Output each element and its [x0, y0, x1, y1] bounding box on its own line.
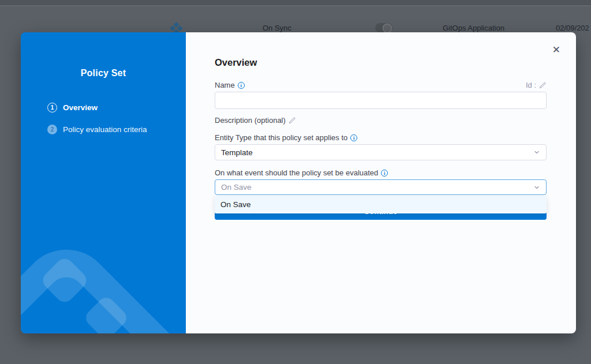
- policy-set-modal: Policy Set 1 Overview 2 Policy evaluatio…: [21, 32, 576, 333]
- wizard-steps: 1 Overview 2 Policy evaluation criteria: [47, 103, 147, 147]
- event-select-dropdown-menu: On Save: [215, 196, 547, 213]
- entity-type-label: Entity Type that this policy set applies…: [215, 133, 347, 142]
- step-overview[interactable]: 1 Overview: [47, 103, 147, 112]
- name-label: Name: [215, 81, 235, 89]
- step-number-badge: 1: [47, 103, 57, 112]
- close-icon[interactable]: ✕: [552, 45, 560, 55]
- dropdown-option-on-save[interactable]: On Save: [215, 196, 547, 213]
- edit-pencil-icon[interactable]: [289, 117, 296, 124]
- step-policy-evaluation-criteria[interactable]: 2 Policy evaluation criteria: [47, 125, 147, 134]
- event-label: On what event should the policy set be e…: [215, 168, 378, 177]
- info-icon[interactable]: [238, 82, 245, 89]
- name-input[interactable]: [215, 92, 547, 109]
- step-number-badge: 2: [47, 125, 57, 134]
- event-select-placeholder: On Save: [221, 183, 252, 192]
- info-icon[interactable]: [350, 134, 357, 141]
- description-label: Description (optional): [215, 116, 286, 125]
- edit-pencil-icon[interactable]: [539, 81, 547, 89]
- event-select[interactable]: On Save: [215, 179, 547, 195]
- id-label: Id :: [526, 81, 536, 89]
- info-icon[interactable]: [381, 170, 388, 177]
- page-title: Overview: [215, 57, 257, 68]
- event-label-row: On what event should the policy set be e…: [215, 168, 547, 177]
- description-label-row: Description (optional): [215, 116, 547, 125]
- modal-content: ✕ Overview Name Id : Description (option…: [186, 32, 576, 333]
- step-label: Policy evaluation criteria: [63, 125, 147, 134]
- entity-type-value: Template: [221, 148, 253, 157]
- step-label: Overview: [63, 103, 98, 112]
- wizard-title: Policy Set: [21, 68, 186, 78]
- chevron-down-icon: [533, 149, 540, 156]
- entity-type-label-row: Entity Type that this policy set applies…: [215, 133, 547, 142]
- name-label-row: Name Id :: [215, 81, 547, 89]
- chevron-down-icon: [533, 184, 540, 191]
- entity-type-select[interactable]: Template: [215, 144, 547, 160]
- wizard-sidebar: Policy Set 1 Overview 2 Policy evaluatio…: [21, 32, 186, 333]
